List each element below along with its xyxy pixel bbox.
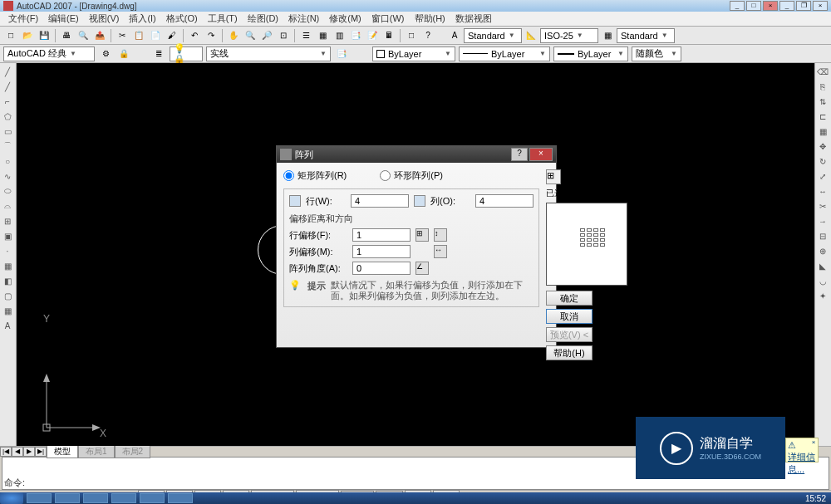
calc-icon[interactable]: 🖩 — [381, 28, 396, 43]
polygon-icon[interactable]: ⬠ — [0, 110, 15, 123]
preview-button[interactable]: 预览(V) < — [546, 327, 593, 342]
tab-last-button[interactable]: ▶| — [35, 447, 47, 457]
erase-icon[interactable]: ⌫ — [815, 65, 830, 78]
dialog-help-button[interactable]: ? — [511, 148, 528, 161]
menu-annotate[interactable]: 标注(N) — [283, 11, 324, 27]
radio-polar[interactable]: 环形阵列(P) — [380, 169, 443, 182]
copy-obj-icon[interactable]: ⎘ — [815, 80, 830, 93]
workspace-dropdown[interactable]: AutoCAD 经典▼ — [3, 46, 95, 61]
markup-icon[interactable]: 📝 — [365, 28, 380, 43]
line-icon[interactable]: ╱ — [0, 65, 15, 78]
join-icon[interactable]: ⊕ — [815, 244, 830, 257]
angle-input[interactable] — [352, 262, 411, 275]
doc-close-button[interactable]: × — [813, 1, 828, 11]
print-icon[interactable]: 🖶 — [59, 28, 74, 43]
palettes-icon[interactable]: ▥ — [332, 28, 347, 43]
tab-first-button[interactable]: |◀ — [0, 447, 12, 457]
menu-tools[interactable]: 工具(T) — [203, 11, 243, 27]
spline-icon[interactable]: ∿ — [0, 169, 15, 183]
menu-draw[interactable]: 绘图(D) — [243, 11, 283, 27]
trim-icon[interactable]: ✂ — [815, 199, 830, 213]
mtext-icon[interactable]: A — [0, 319, 15, 332]
linetype-dropdown[interactable]: ByLayer▼ — [459, 46, 550, 61]
menu-modify[interactable]: 修改(M) — [324, 11, 366, 27]
rectangle-icon[interactable]: ▭ — [0, 125, 15, 138]
region-icon[interactable]: ▢ — [0, 289, 15, 302]
insert-icon[interactable]: ⊞ — [0, 214, 15, 228]
doc-minimize-button[interactable]: _ — [779, 1, 794, 11]
tablestyle-icon[interactable]: ▦ — [600, 28, 615, 43]
layer-tool-icon[interactable]: 📑 — [334, 46, 349, 61]
open-icon[interactable]: 📂 — [20, 28, 35, 43]
linetype-name-dropdown[interactable]: 实线▼ — [206, 46, 331, 61]
system-clock[interactable]: 15:52 — [800, 494, 831, 503]
arc-icon[interactable]: ⌒ — [0, 139, 15, 153]
mirror-icon[interactable]: ⇅ — [815, 95, 830, 108]
fillet-icon[interactable]: ◡ — [815, 274, 830, 287]
save-icon[interactable]: 💾 — [37, 28, 52, 43]
polyline-icon[interactable]: ⌐ — [0, 95, 15, 108]
circle-icon[interactable]: ○ — [0, 154, 15, 168]
offset-icon[interactable]: ⊏ — [815, 110, 830, 123]
close-button[interactable]: × — [763, 1, 778, 11]
start-button[interactable] — [0, 492, 23, 504]
match-icon[interactable]: 🖌 — [165, 28, 179, 43]
pick-angle-button[interactable]: ∠ — [416, 262, 429, 275]
copy-icon[interactable]: 📋 — [131, 28, 146, 43]
rotate-icon[interactable]: ↻ — [815, 154, 830, 168]
table-icon[interactable]: ▦ — [0, 304, 15, 317]
explode-icon[interactable]: ✦ — [815, 289, 830, 302]
menu-view[interactable]: 视图(V) — [84, 11, 125, 27]
color-dropdown[interactable]: ByLayer▼ — [372, 46, 455, 61]
zoom-prev-icon[interactable]: 🔎 — [259, 28, 274, 43]
task-item[interactable] — [140, 493, 165, 503]
ellipsearc-icon[interactable]: ⌓ — [0, 199, 15, 213]
tab-layout2[interactable]: 布局2 — [115, 445, 151, 458]
select-objects-button[interactable]: ⊞ — [546, 169, 561, 184]
maximize-button[interactable]: □ — [746, 1, 761, 11]
pick-both-button[interactable]: ⊞ — [416, 228, 429, 242]
help-button[interactable]: 帮助(H) — [546, 345, 593, 360]
layer-state-dropdown[interactable]: 💡🔒 — [170, 46, 203, 61]
point-icon[interactable]: · — [0, 244, 15, 257]
task-item[interactable] — [27, 493, 52, 503]
help-icon[interactable]: ? — [420, 28, 435, 43]
designcenter-icon[interactable]: ▦ — [315, 28, 330, 43]
dimstyle-icon[interactable]: 📐 — [524, 28, 538, 43]
chamfer-icon[interactable]: ◣ — [815, 259, 830, 272]
publish-icon[interactable]: 📤 — [92, 28, 107, 43]
tablestyle-dropdown[interactable]: Standard▼ — [617, 28, 675, 43]
cancel-button[interactable]: 取消 — [546, 309, 593, 324]
tooltip-close-button[interactable]: × — [809, 438, 818, 447]
properties-icon[interactable]: ☰ — [298, 28, 313, 43]
break-icon[interactable]: ⊟ — [815, 229, 830, 242]
task-item[interactable] — [168, 493, 193, 503]
doc-restore-button[interactable]: ❐ — [796, 1, 811, 11]
sheetset-icon[interactable]: 📑 — [348, 28, 363, 43]
xline-icon[interactable]: ╱ — [0, 80, 15, 93]
menu-file[interactable]: 文件(F) — [3, 11, 43, 27]
new-icon[interactable]: □ — [3, 28, 18, 43]
menu-help[interactable]: 帮助(H) — [410, 11, 450, 27]
paste-icon[interactable]: 📄 — [148, 28, 163, 43]
task-item[interactable] — [111, 493, 136, 503]
notification-tooltip[interactable]: × ⚠ 详细信息... — [785, 438, 819, 462]
task-item[interactable] — [83, 493, 108, 503]
row-offset-input[interactable] — [352, 228, 411, 242]
redo-icon[interactable]: ↷ — [204, 28, 219, 43]
menu-window[interactable]: 窗口(W) — [366, 11, 410, 27]
dialog-close-button[interactable]: × — [529, 148, 553, 161]
array-icon[interactable]: ▦ — [815, 125, 830, 138]
menu-edit[interactable]: 编辑(E) — [43, 11, 84, 27]
extend-icon[interactable]: → — [815, 214, 830, 228]
textstyle-dropdown[interactable]: Standard▼ — [464, 28, 522, 43]
tab-next-button[interactable]: ▶ — [23, 447, 35, 457]
block-icon[interactable]: □ — [404, 28, 419, 43]
tooltip-link[interactable]: 详细信息... — [788, 452, 815, 474]
tab-prev-button[interactable]: ◀ — [12, 447, 23, 457]
col-offset-input[interactable] — [352, 245, 411, 258]
task-item[interactable] — [55, 493, 80, 503]
workspace-settings-icon[interactable]: ⚙ — [98, 46, 113, 61]
cols-input[interactable] — [475, 194, 534, 208]
menu-format[interactable]: 格式(O) — [161, 11, 203, 27]
